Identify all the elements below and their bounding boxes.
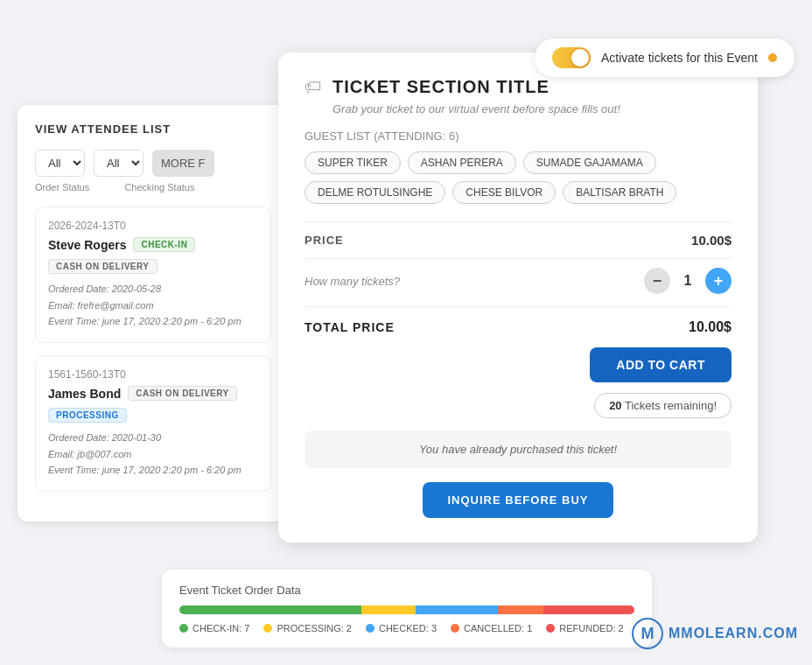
order-detail-1: Ordered Date: 2020-05-28 Email: frefre@g… <box>48 281 258 330</box>
guest-tag-0: SUPER TIKER <box>304 151 401 174</box>
chart-legend: CHECK-IN: 7PROCESSING: 2CHECKED: 3CANCEL… <box>179 623 634 634</box>
order-name-row-1: Steve Rogers CHECK-IN CASH ON DELIVERY <box>48 237 258 274</box>
activate-bar: Activate tickets for this Event <box>535 38 794 77</box>
legend-item-processing: PROCESSING: 2 <box>263 623 352 634</box>
panel-title: VIEW ATTENDEE LIST <box>35 122 271 136</box>
quantity-value: 1 <box>679 273 696 289</box>
legend-dot <box>366 624 374 633</box>
legend-dot <box>546 624 555 633</box>
legend-label: CHECKED: 3 <box>379 623 437 634</box>
guest-tags: SUPER TIKER ASHAN PERERA SUMADE GAJAMAMA… <box>304 151 732 204</box>
order-status-filter[interactable]: All <box>35 150 85 177</box>
section-subtitle: Grab your ticket to our virtual event be… <box>332 102 732 116</box>
order-name-row-2: James Bond CASH ON DELIVERY PROCESSING <box>48 386 258 423</box>
remaining-badge: 20 Tickets remaining! <box>594 393 732 418</box>
email-2: Email: jb@007.com <box>48 449 132 459</box>
order-card-2: 1561-1560-13T0 James Bond CASH ON DELIVE… <box>35 355 271 492</box>
badge-processing-2: PROCESSING <box>48 408 127 423</box>
section-title: TICKET SECTION TITLE <box>332 77 550 97</box>
inquire-before-buy-button[interactable]: INQUIRE BEFORE BUY <box>423 482 612 518</box>
watermark-text: MMOLEARN.COM <box>668 626 798 641</box>
chart-title: Event Ticket Order Data <box>179 584 634 597</box>
legend-label: REFUNDED: 2 <box>559 623 623 634</box>
order-name-2: James Bond <box>48 387 121 401</box>
order-id-2: 1561-1560-13T0 <box>48 368 258 381</box>
purchased-notice: You have already purchased this ticket! <box>304 430 732 468</box>
chart-panel: Event Ticket Order Data CHECK-IN: 7PROCE… <box>162 570 652 648</box>
order-name-1: Steve Rogers <box>48 238 126 252</box>
activate-label: Activate tickets for this Event <box>601 51 758 65</box>
legend-item-refunded: REFUNDED: 2 <box>546 623 623 634</box>
watermark-icon: M <box>632 618 663 649</box>
event-time-1: Event Time: june 17, 2020 2:20 pm - 6:20… <box>48 316 242 326</box>
remaining-label: Tickets remaining! <box>625 399 717 412</box>
legend-dot <box>179 624 188 633</box>
ticket-panel: 🏷 TICKET SECTION TITLE Grab your ticket … <box>278 52 758 542</box>
tickets-remaining: 20 Tickets remaining! <box>304 393 732 418</box>
watermark: M MMOLEARN.COM <box>632 618 798 649</box>
quantity-decrease-button[interactable]: − <box>644 268 670 294</box>
guest-list-header: GUEST LIST (ATTENDING: 6) <box>304 130 732 143</box>
guest-tag-4: CHESE BILVOR <box>452 181 556 204</box>
badge-checkin-1: CHECK-IN <box>133 237 195 252</box>
legend-label: PROCESSING: 2 <box>276 623 352 634</box>
ticket-section-header: 🏷 TICKET SECTION TITLE <box>304 77 732 97</box>
order-id-1: 2026-2024-13T0 <box>48 220 258 232</box>
badge-cash-1: CASH ON DELIVERY <box>48 259 158 274</box>
legend-label: CHECK-IN: 7 <box>192 623 249 634</box>
total-label: TOTAL PRICE <box>304 320 395 334</box>
activate-dot <box>768 53 777 62</box>
total-value: 10.00$ <box>689 319 732 335</box>
ordered-date-1: Ordered Date: 2020-05-28 <box>48 284 161 294</box>
order-card-1: 2026-2024-13T0 Steve Rogers CHECK-IN CAS… <box>35 206 271 343</box>
guest-tag-5: BALTISAR BRATH <box>563 181 676 204</box>
guest-tag-2: SUMADE GAJAMAMA <box>523 151 656 174</box>
checking-status-label: Checking Status <box>124 182 194 192</box>
quantity-increase-button[interactable]: + <box>705 268 732 294</box>
guest-tag-3: DELME ROTULSINGHE <box>304 181 445 204</box>
quantity-controls: − 1 + <box>644 268 732 294</box>
event-time-2: Event Time: june 17, 2020 2:20 pm - 6:20… <box>48 465 242 475</box>
badge-cash-2: CASH ON DELIVERY <box>128 386 237 401</box>
attendee-list-panel: VIEW ATTENDEE LIST All All MORE F Order … <box>18 105 289 522</box>
filters-row: All All MORE F <box>35 150 271 177</box>
price-value: 10.00$ <box>691 233 732 248</box>
legend-dot <box>451 624 459 633</box>
checking-status-filter[interactable]: All <box>94 150 144 177</box>
toggle-knob <box>571 49 589 66</box>
legend-label: CANCELLED: 1 <box>464 623 532 634</box>
filter-labels: Order Status Checking Status <box>35 182 271 192</box>
add-to-cart-button[interactable]: ADD TO CART <box>590 347 732 382</box>
quantity-placeholder: How many tickets? <box>304 275 400 288</box>
guest-tag-1: ASHAN PERERA <box>408 151 516 174</box>
attending-label: (ATTENDING: 6) <box>374 130 458 143</box>
quantity-row: How many tickets? − 1 + <box>304 258 732 303</box>
price-row: PRICE 10.00$ <box>304 221 732 258</box>
legend-item-check-in: CHECK-IN: 7 <box>179 623 249 634</box>
activate-toggle[interactable] <box>552 47 591 68</box>
guest-list-label: GUEST LIST <box>304 130 371 143</box>
legend-dot <box>263 624 272 633</box>
price-label: PRICE <box>304 234 344 247</box>
legend-item-cancelled: CANCELLED: 1 <box>451 623 532 634</box>
chart-bar-track <box>179 606 634 614</box>
order-status-label: Order Status <box>35 182 89 192</box>
order-detail-2: Ordered Date: 2020-01-30 Email: jb@007.c… <box>48 430 258 479</box>
total-row: TOTAL PRICE 10.00$ <box>304 306 732 347</box>
tag-icon: 🏷 <box>304 77 322 97</box>
ordered-date-2: Ordered Date: 2020-01-30 <box>48 432 161 443</box>
email-1: Email: frefre@gmail.com <box>48 300 154 311</box>
remaining-count: 20 <box>609 399 621 412</box>
legend-item-checked: CHECKED: 3 <box>366 623 437 634</box>
more-filters-button[interactable]: MORE F <box>152 150 214 177</box>
